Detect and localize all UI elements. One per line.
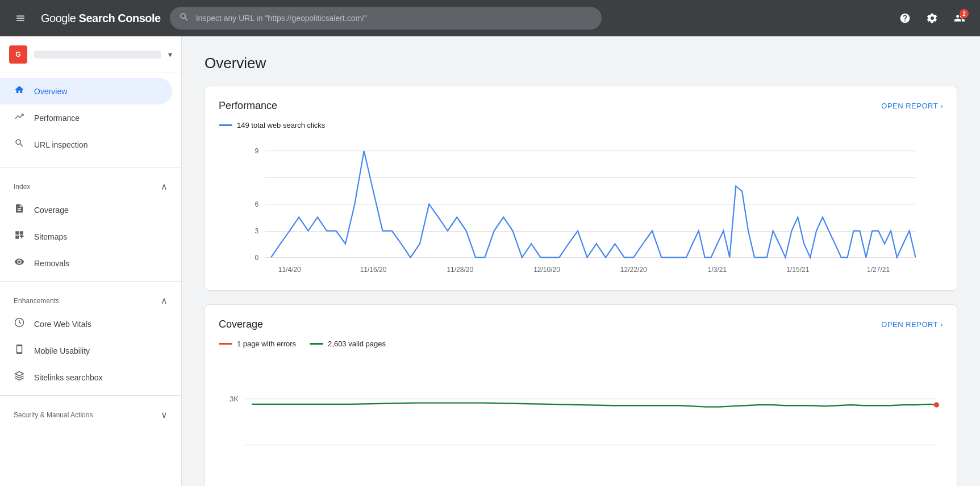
sidebar-section-security: Security & Manual Actions ∨ xyxy=(0,400,181,425)
menu-button[interactable] xyxy=(9,7,32,30)
topbar-actions: 2 xyxy=(894,7,971,30)
trending-up-icon xyxy=(14,111,25,124)
account-name xyxy=(34,51,161,58)
coverage-card-title: Coverage xyxy=(219,319,263,330)
legend-item-clicks: 149 total web search clicks xyxy=(219,121,325,129)
coverage-card-header: Coverage OPEN REPORT › xyxy=(219,319,943,330)
chevron-up-icon[interactable]: ∧ xyxy=(161,181,168,192)
svg-text:12/22/20: 12/22/20 xyxy=(620,266,647,274)
topbar: Google Search Console 2 xyxy=(0,0,980,36)
coverage-icon xyxy=(14,203,25,216)
legend-line-valid xyxy=(310,343,323,345)
coverage-open-report-link[interactable]: OPEN REPORT › xyxy=(881,320,943,329)
home-icon xyxy=(14,85,25,98)
legend-line-errors xyxy=(219,343,232,345)
sidebar-item-url-inspection[interactable]: URL inspection xyxy=(0,131,172,158)
sidebar-divider-2 xyxy=(0,281,181,282)
performance-chart-legend: 149 total web search clicks xyxy=(219,121,943,129)
chevron-right-icon-2: › xyxy=(940,320,943,329)
svg-text:11/28/20: 11/28/20 xyxy=(447,266,473,274)
legend-item-valid: 2,603 valid pages xyxy=(310,340,386,348)
section-security-label[interactable]: Security & Manual Actions ∨ xyxy=(0,400,181,425)
chevron-right-icon: › xyxy=(940,102,943,110)
svg-text:1/27/21: 1/27/21 xyxy=(867,266,890,274)
svg-point-21 xyxy=(934,402,939,407)
settings-button[interactable] xyxy=(921,7,944,30)
performance-open-report-link[interactable]: OPEN REPORT › xyxy=(881,102,943,110)
main-content: Overview Performance OPEN REPORT › 149 t… xyxy=(182,36,980,486)
svg-text:11/16/20: 11/16/20 xyxy=(360,266,387,274)
performance-card-header: Performance OPEN REPORT › xyxy=(219,100,943,112)
legend-item-errors: 1 page with errors xyxy=(219,340,296,348)
svg-text:0: 0 xyxy=(255,254,259,262)
removals-icon xyxy=(14,257,25,270)
sidebar-item-sitemaps[interactable]: Sitemaps xyxy=(0,223,172,250)
search-bar[interactable] xyxy=(170,7,602,30)
performance-card: Performance OPEN REPORT › 149 total web … xyxy=(205,86,957,291)
svg-text:3K: 3K xyxy=(230,395,239,403)
notification-badge: 2 xyxy=(960,9,969,18)
sidebar-nav: Overview Performance URL inspection xyxy=(0,73,181,162)
sitelinks-icon xyxy=(14,371,25,384)
sidebar-item-overview[interactable]: Overview xyxy=(0,78,172,104)
performance-chart-container: 9 6 3 0 11/4/20 11/16/20 11/28/20 12/10/… xyxy=(219,139,943,276)
sidebar-item-performance[interactable]: Performance xyxy=(0,104,172,131)
legend-line-clicks xyxy=(219,124,232,126)
search-icon xyxy=(179,12,189,25)
sidebar: G ▾ Overview Performance xyxy=(0,36,182,486)
coverage-chart-container: 3K xyxy=(219,357,943,486)
sidebar-section-enhancements: Enhancements ∧ Core Web Vitals Mobile Us… xyxy=(0,286,181,391)
sidebar-item-label: Sitelinks searchbox xyxy=(34,373,103,382)
sidebar-divider xyxy=(0,167,181,167)
svg-text:11/4/20: 11/4/20 xyxy=(278,266,301,274)
layout: G ▾ Overview Performance xyxy=(0,36,980,486)
sidebar-item-label: Sitemaps xyxy=(34,232,67,241)
avatar: G xyxy=(9,45,27,64)
page-title: Overview xyxy=(205,55,957,72)
account-selector[interactable]: G ▾ xyxy=(0,36,181,73)
mobile-icon xyxy=(14,344,25,357)
sidebar-item-coverage[interactable]: Coverage xyxy=(0,196,172,223)
sidebar-section-index: Index ∧ Coverage Sitemaps Removals xyxy=(0,172,181,276)
svg-text:1/15/21: 1/15/21 xyxy=(786,266,809,274)
search-input[interactable] xyxy=(196,14,593,23)
sidebar-item-mobile-usability[interactable]: Mobile Usability xyxy=(0,337,172,364)
coverage-card: Coverage OPEN REPORT › 1 page with error… xyxy=(205,304,957,486)
core-web-vitals-icon xyxy=(14,317,25,330)
chevron-up-icon-2[interactable]: ∧ xyxy=(161,295,168,306)
coverage-chart: 3K xyxy=(219,357,943,486)
sidebar-item-label: Coverage xyxy=(34,206,69,215)
help-button[interactable] xyxy=(894,7,916,30)
chevron-down-icon[interactable]: ▾ xyxy=(168,50,172,59)
sidebar-item-label: Removals xyxy=(34,259,69,268)
section-index-label: Index ∧ xyxy=(0,172,181,196)
sidebar-item-label: URL inspection xyxy=(34,140,87,149)
svg-text:6: 6 xyxy=(255,200,259,208)
svg-text:1/3/21: 1/3/21 xyxy=(708,266,727,274)
performance-chart: 9 6 3 0 11/4/20 11/16/20 11/28/20 12/10/… xyxy=(219,139,943,275)
sidebar-item-core-web-vitals[interactable]: Core Web Vitals xyxy=(0,311,172,337)
performance-card-title: Performance xyxy=(219,100,277,112)
sidebar-item-label: Overview xyxy=(34,87,67,96)
svg-text:9: 9 xyxy=(255,147,259,155)
coverage-chart-legend: 1 page with errors 2,603 valid pages xyxy=(219,340,943,348)
sidebar-item-label: Mobile Usability xyxy=(34,346,90,355)
search-icon xyxy=(14,138,25,151)
sitemaps-icon xyxy=(14,230,25,243)
sidebar-item-label: Core Web Vitals xyxy=(34,320,91,329)
chevron-down-icon-2[interactable]: ∨ xyxy=(161,409,168,420)
svg-text:3: 3 xyxy=(255,227,259,235)
sidebar-item-sitelinks-searchbox[interactable]: Sitelinks searchbox xyxy=(0,364,172,391)
section-enhancements-label: Enhancements ∧ xyxy=(0,286,181,311)
app-logo: Google Search Console xyxy=(41,12,161,25)
sidebar-item-removals[interactable]: Removals xyxy=(0,250,172,276)
account-button[interactable]: 2 xyxy=(948,7,971,30)
sidebar-item-label: Performance xyxy=(34,114,80,123)
sidebar-divider-3 xyxy=(0,395,181,396)
svg-text:12/10/20: 12/10/20 xyxy=(533,266,560,274)
